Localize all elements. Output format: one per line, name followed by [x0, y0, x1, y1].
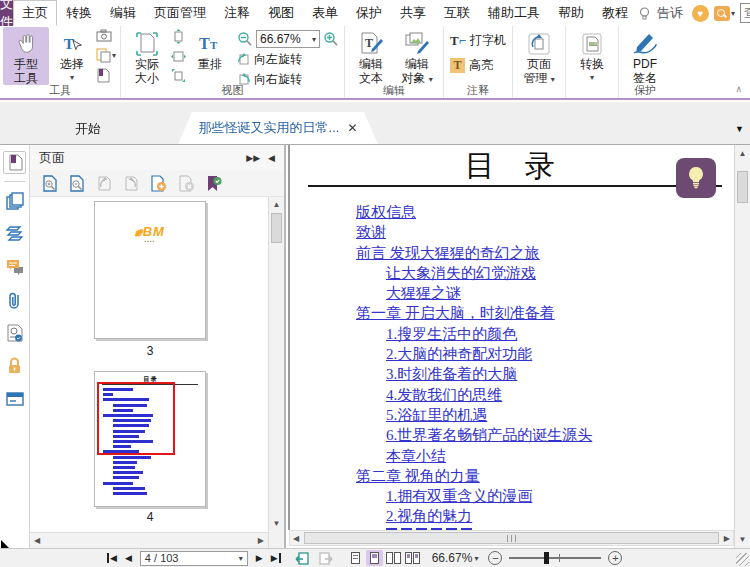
window-resize-grip[interactable]	[736, 553, 749, 566]
toc-link[interactable]: 第一章 开启大脑，时刻准备着	[356, 303, 592, 323]
thumbnail-hscrollbar[interactable]: ◀ ▶	[30, 532, 268, 548]
thumb-zoom-in-button[interactable]	[42, 175, 58, 192]
delete-page-button[interactable]	[178, 175, 195, 192]
collapse-ribbon-icon[interactable]: ∧	[735, 84, 742, 94]
menu-tab-3[interactable]: 页面管理	[145, 0, 215, 26]
toc-link[interactable]: 1.搜罗生活中的颜色	[386, 324, 592, 344]
thumbnail-scrollbar[interactable]: ▲ ▼	[268, 197, 284, 548]
fit-height-button[interactable]	[171, 29, 186, 44]
assistant-bulb-button[interactable]	[676, 158, 716, 198]
menu-tab-2[interactable]: 编辑	[101, 0, 145, 26]
toc-link[interactable]: 2.大脑的神奇配对功能	[386, 344, 592, 364]
previous-view-button[interactable]	[291, 552, 314, 565]
next-view-button[interactable]	[314, 552, 337, 565]
thumbnail-page-3[interactable]: ⸙BM ▪▪▪▪	[94, 201, 206, 339]
pdf-sign-button[interactable]: PDF 签名	[622, 27, 668, 85]
thumb-rotate-left-button[interactable]	[96, 175, 112, 192]
zoom-in-button[interactable]	[323, 31, 339, 47]
zoom-level-combobox[interactable]: 66.67% ▾	[256, 30, 320, 48]
panel-expand-more-icon[interactable]: ▶▶	[246, 153, 260, 163]
toc-link[interactable]: 前言 发现大猩猩的奇幻之旅	[356, 243, 592, 263]
edit-object-button[interactable]: 编辑 对象 ▾	[394, 27, 440, 87]
toc-link[interactable]: 2.视角的魅力	[386, 506, 592, 526]
snapshot-button[interactable]	[96, 29, 116, 42]
toc-link[interactable]: 版权信息	[356, 202, 592, 222]
current-view-rectangle[interactable]	[97, 382, 175, 455]
menu-tab-6[interactable]: 表单	[303, 0, 347, 26]
facing-view-button[interactable]	[385, 550, 402, 566]
tab-overflow-icon[interactable]: ▼	[735, 124, 744, 134]
toc-link[interactable]: 大猩猩之谜	[386, 283, 592, 303]
reflow-button[interactable]: TT 重排	[187, 27, 233, 71]
heart-feedback-icon[interactable]: ♥	[692, 5, 709, 22]
toc-link[interactable]: 1.拥有双重含义的漫画	[386, 486, 592, 506]
zoom-slider-thumb[interactable]	[544, 552, 549, 564]
actual-size-button[interactable]: 实际 大小	[124, 27, 170, 85]
document-hscrollbar[interactable]: ◀ ▶	[289, 530, 734, 546]
menu-tab-5[interactable]: 视图	[259, 0, 303, 26]
layers-panel-icon[interactable]	[3, 222, 26, 245]
hand-tool-button[interactable]: 手型 工具	[3, 27, 49, 85]
previous-page-button[interactable]: ◀	[121, 553, 136, 563]
insert-page-button[interactable]	[150, 175, 167, 192]
menu-tab-10[interactable]: 辅助工具	[479, 0, 549, 26]
attachments-panel-icon[interactable]	[3, 288, 26, 311]
scroll-up-icon[interactable]: ▲	[735, 149, 750, 158]
fit-width-button[interactable]	[171, 49, 186, 64]
clipboard-paste-button[interactable]: ▾	[96, 48, 116, 63]
hscrollbar-thumb[interactable]	[304, 532, 719, 544]
doc-tab-start[interactable]: 开始	[22, 113, 154, 144]
find-input[interactable]: 查找 ▶	[740, 3, 750, 23]
continuous-view-button[interactable]	[366, 550, 383, 566]
toc-link[interactable]: 本章小结	[386, 446, 592, 466]
zoom-percent-label[interactable]: 66.67%	[432, 551, 473, 565]
scroll-down-icon[interactable]: ▼	[269, 519, 284, 528]
typewriter-button[interactable]: T⌐ 打字机	[450, 32, 506, 49]
zoom-in-button[interactable]: +	[608, 551, 622, 565]
toc-link[interactable]: 3.时刻准备着的大脑	[386, 364, 592, 384]
menu-tab-7[interactable]: 保护	[347, 0, 391, 26]
bookmarks-panel-icon[interactable]	[3, 151, 26, 174]
rotate-left-button[interactable]: 向左旋转	[237, 51, 339, 68]
doc-tab-active[interactable]: 那些怪诞又实用的日常... ✕	[178, 112, 378, 144]
scroll-right-icon[interactable]: ▶	[258, 536, 264, 545]
bookmark-page-button[interactable]	[96, 68, 116, 83]
menu-tab-1[interactable]: 转换	[57, 0, 101, 26]
thumb-zoom-out-button[interactable]	[69, 175, 85, 192]
thumb-bookmark-button[interactable]	[206, 175, 222, 192]
document-view[interactable]: 目 录 版权信息致谢前言 发现大猩猩的奇幻之旅让大象消失的幻觉游戏大猩猩之谜第一…	[286, 145, 750, 548]
menu-tab-8[interactable]: 共享	[391, 0, 435, 26]
zoom-percent-caret[interactable]: ▾	[474, 554, 478, 563]
menu-tab-9[interactable]: 互联	[435, 0, 479, 26]
zoom-slider[interactable]	[509, 557, 601, 559]
single-page-view-button[interactable]	[347, 550, 364, 566]
highlight-button[interactable]: T 高亮	[450, 57, 506, 74]
page-manage-button[interactable]: 页面 管理 ▾	[516, 27, 562, 87]
fields-panel-icon[interactable]	[3, 387, 26, 410]
scroll-up-icon[interactable]: ▲	[269, 200, 284, 209]
scrollbar-thumb[interactable]	[271, 213, 282, 243]
panel-collapse-icon[interactable]: ◀	[268, 153, 275, 163]
menu-tab-0[interactable]: 主页	[13, 0, 57, 26]
scroll-left-icon[interactable]: ◀	[290, 534, 302, 543]
comments-panel-icon[interactable]	[3, 255, 26, 278]
file-menu-button[interactable]: 文件	[0, 0, 13, 26]
zoom-out-button[interactable]: −	[488, 551, 502, 565]
last-page-button[interactable]: ▶	[267, 553, 285, 563]
scroll-left-icon[interactable]: ◀	[34, 536, 40, 545]
toc-link[interactable]: 4.发散我们的思维	[386, 385, 592, 405]
select-tool-button[interactable]: T 选择 ▾	[49, 27, 95, 85]
scroll-down-icon[interactable]: ▼	[735, 535, 750, 544]
continuous-facing-view-button[interactable]	[404, 550, 421, 566]
page-number-combobox[interactable]: 4 / 103 ▾	[140, 551, 248, 566]
lightbulb-assistant-icon[interactable]	[637, 6, 652, 21]
menu-tab-12[interactable]: 教程	[593, 0, 637, 26]
toc-link[interactable]: 致谢	[356, 222, 592, 242]
pages-panel-icon[interactable]	[3, 189, 26, 212]
next-page-button[interactable]: ▶	[252, 553, 267, 563]
search-document-icon[interactable]: ▾	[714, 6, 735, 21]
menu-tab-11[interactable]: 帮助	[549, 0, 593, 26]
first-page-button[interactable]: ◀	[103, 553, 121, 563]
fit-page-button[interactable]	[171, 68, 186, 83]
signatures-panel-icon[interactable]	[3, 321, 26, 344]
